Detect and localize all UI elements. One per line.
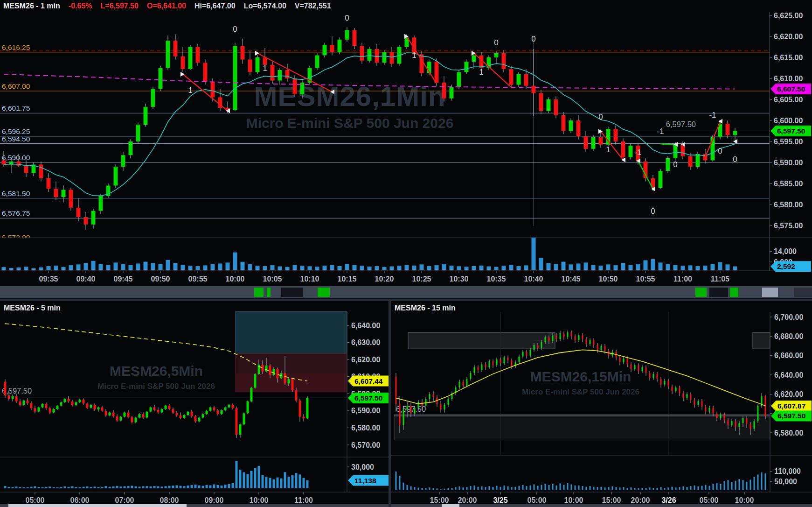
svg-text:10:35: 10:35 bbox=[487, 275, 506, 283]
svg-text:09:00: 09:00 bbox=[205, 496, 224, 504]
symbol-timeframe-label: MESM26 - 5 min bbox=[4, 304, 61, 312]
scrollbar-thumb[interactable] bbox=[442, 504, 459, 507]
svg-text:6,601.75: 6,601.75 bbox=[2, 104, 30, 112]
svg-text:05:00: 05:00 bbox=[26, 496, 45, 504]
svg-text:6,605.00: 6,605.00 bbox=[774, 96, 803, 104]
svg-text:10:15: 10:15 bbox=[338, 275, 357, 283]
svg-text:6,595.00: 6,595.00 bbox=[774, 138, 803, 146]
svg-text:6,590.00: 6,590.00 bbox=[2, 154, 30, 162]
svg-text:10:30: 10:30 bbox=[450, 275, 469, 283]
svg-text:30,000: 30,000 bbox=[351, 463, 374, 471]
scrollbar-marker bbox=[730, 288, 738, 297]
svg-text:6,660.00: 6,660.00 bbox=[774, 352, 803, 359]
svg-text:0: 0 bbox=[598, 113, 603, 121]
svg-text:11,138: 11,138 bbox=[354, 477, 376, 485]
svg-text:6,590.00: 6,590.00 bbox=[351, 407, 380, 415]
svg-text:6,600.00: 6,600.00 bbox=[774, 117, 803, 125]
svg-text:08:00: 08:00 bbox=[160, 496, 179, 504]
svg-text:10:25: 10:25 bbox=[412, 275, 431, 283]
candlestick-charts-canvas[interactable]: 6,616.256,607.006,601.756,596.256,594.50… bbox=[0, 0, 812, 507]
svg-text:10:00: 10:00 bbox=[226, 275, 245, 283]
scrollbar-marker bbox=[318, 288, 330, 297]
svg-text:6,625.00: 6,625.00 bbox=[774, 12, 803, 20]
svg-text:6,597.50: 6,597.50 bbox=[777, 412, 805, 420]
scrollbar-15min[interactable] bbox=[391, 504, 812, 507]
svg-text:6,610.00: 6,610.00 bbox=[774, 75, 803, 83]
svg-text:6,581.50: 6,581.50 bbox=[2, 190, 30, 197]
svg-text:6,616.25: 6,616.25 bbox=[2, 43, 30, 51]
scrollbar-5min[interactable] bbox=[0, 504, 389, 507]
svg-text:10:20: 10:20 bbox=[375, 275, 394, 283]
svg-text:-1: -1 bbox=[657, 127, 664, 136]
chart-header-5min: MESM26 - 5 min bbox=[4, 304, 61, 312]
svg-text:0: 0 bbox=[345, 14, 349, 22]
svg-text:6,597.50: 6,597.50 bbox=[777, 127, 805, 135]
svg-text:10:45: 10:45 bbox=[562, 275, 581, 283]
svg-text:6,607.44: 6,607.44 bbox=[354, 377, 383, 385]
svg-text:15:00: 15:00 bbox=[602, 496, 621, 504]
scrollbar-thumb[interactable] bbox=[762, 288, 778, 297]
change-percent-value: -0.65% bbox=[69, 2, 92, 10]
session-volume-value: V=782,551 bbox=[295, 2, 331, 10]
svg-text:3/25: 3/25 bbox=[493, 496, 507, 504]
svg-text:0: 0 bbox=[733, 155, 737, 164]
scrollbar-button[interactable] bbox=[794, 288, 812, 297]
svg-text:6,575.00: 6,575.00 bbox=[774, 222, 803, 230]
svg-text:6,590.00: 6,590.00 bbox=[774, 159, 803, 167]
svg-text:11:05: 11:05 bbox=[711, 275, 729, 283]
svg-text:110,000: 110,000 bbox=[774, 467, 801, 475]
trading-workspace: MESM26,1Min Micro E-mini S&P 500 Jun 202… bbox=[0, 0, 812, 507]
svg-text:07:00: 07:00 bbox=[115, 496, 134, 504]
svg-text:50,000: 50,000 bbox=[774, 478, 797, 486]
svg-text:20:00: 20:00 bbox=[458, 496, 477, 504]
svg-text:6,607.00: 6,607.00 bbox=[2, 82, 30, 90]
svg-text:14,000: 14,000 bbox=[774, 247, 797, 255]
svg-text:3/26: 3/26 bbox=[661, 496, 676, 504]
svg-text:0: 0 bbox=[531, 35, 535, 43]
scrollbar-marker bbox=[267, 288, 271, 297]
svg-text:6,580.00: 6,580.00 bbox=[351, 424, 380, 432]
scrollbar-marker bbox=[281, 288, 303, 297]
svg-text:10:50: 10:50 bbox=[599, 275, 618, 283]
svg-text:11:00: 11:00 bbox=[673, 275, 692, 283]
svg-text:1: 1 bbox=[188, 86, 192, 95]
svg-text:11:00: 11:00 bbox=[294, 496, 313, 504]
svg-text:1: 1 bbox=[606, 145, 610, 154]
svg-text:0: 0 bbox=[718, 147, 722, 155]
svg-text:05:00: 05:00 bbox=[700, 496, 719, 504]
scrollbar-thumb[interactable] bbox=[8, 504, 187, 507]
svg-text:6,620.00: 6,620.00 bbox=[774, 390, 803, 398]
svg-text:2,592: 2,592 bbox=[777, 262, 795, 270]
svg-text:6,630.00: 6,630.00 bbox=[351, 338, 380, 346]
svg-text:0: 0 bbox=[673, 160, 677, 169]
svg-text:6,620.00: 6,620.00 bbox=[351, 356, 380, 364]
svg-text:06:00: 06:00 bbox=[70, 496, 90, 504]
session-low-value: Lo=6,574.00 bbox=[244, 2, 286, 10]
svg-text:-1: -1 bbox=[634, 148, 641, 157]
scrollbar-1min[interactable] bbox=[0, 286, 812, 298]
panel-divider-vertical[interactable] bbox=[389, 301, 391, 507]
svg-text:0: 0 bbox=[651, 207, 655, 216]
svg-text:0: 0 bbox=[494, 38, 498, 47]
scrollbar-marker bbox=[709, 288, 728, 297]
panel-divider-horizontal bbox=[0, 299, 812, 301]
svg-text:6,580.00: 6,580.00 bbox=[774, 201, 803, 209]
svg-text:1: 1 bbox=[263, 64, 267, 73]
svg-text:6,594.50: 6,594.50 bbox=[2, 135, 30, 143]
svg-text:05:00: 05:00 bbox=[527, 496, 547, 504]
svg-text:09:45: 09:45 bbox=[114, 275, 133, 283]
svg-text:6,580.00: 6,580.00 bbox=[774, 429, 803, 437]
svg-text:6,700.00: 6,700.00 bbox=[774, 313, 803, 321]
symbol-timeframe-label: MESM26 - 1 min bbox=[3, 2, 60, 10]
svg-text:10:10: 10:10 bbox=[300, 275, 319, 283]
svg-text:09:50: 09:50 bbox=[151, 275, 170, 283]
svg-text:6,596.25: 6,596.25 bbox=[2, 127, 30, 135]
scrollbar-marker bbox=[695, 288, 707, 297]
svg-text:6,576.75: 6,576.75 bbox=[2, 209, 30, 217]
svg-text:10:55: 10:55 bbox=[636, 275, 655, 283]
svg-text:1: 1 bbox=[479, 68, 483, 77]
svg-text:20:00: 20:00 bbox=[631, 496, 650, 504]
svg-text:10:05: 10:05 bbox=[263, 275, 282, 283]
svg-text:6,570.00: 6,570.00 bbox=[351, 441, 380, 449]
chart-header-15min: MESM26 - 15 min bbox=[395, 304, 456, 312]
